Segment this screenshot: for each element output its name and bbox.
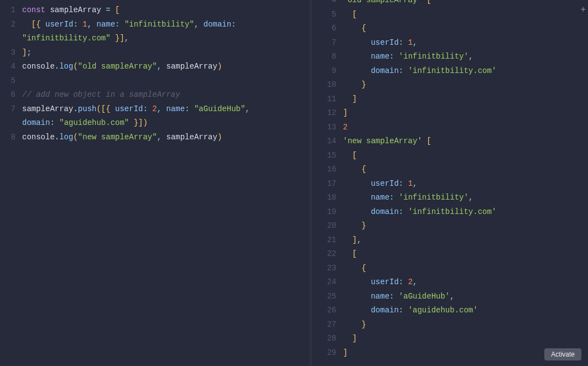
code-line[interactable]: 11 ]: [312, 92, 588, 107]
token-pun: [343, 320, 362, 329]
code-line-wrap[interactable]: "infinitbility.com" }],: [0, 32, 310, 46]
code-line[interactable]: 28 ]: [312, 332, 588, 346]
token-pun: [343, 278, 371, 286]
token-str: "infinitbility.com": [22, 34, 111, 43]
code-line[interactable]: 3];: [0, 46, 310, 60]
code-line[interactable]: 22 [: [312, 247, 588, 262]
token-op: ,: [87, 20, 92, 29]
token-br: }: [362, 320, 366, 329]
code-line[interactable]: 9 domain: 'infinitbility.com': [312, 64, 588, 79]
activate-button[interactable]: Activate: [544, 348, 581, 360]
code-line[interactable]: 5 [: [312, 8, 588, 22]
add-tab-icon[interactable]: +: [580, 6, 586, 14]
code-line[interactable]: 10 }: [312, 78, 588, 92]
token-pun: [422, 137, 426, 145]
token-br: [: [426, 137, 431, 145]
token-br: }]: [115, 34, 124, 43]
token-pun: [343, 95, 352, 103]
token-pun: [343, 292, 371, 301]
token-call: push: [78, 104, 97, 113]
code-line[interactable]: 16 {: [312, 163, 588, 177]
token-br: {: [362, 264, 366, 273]
token-op: :: [231, 20, 236, 29]
token-str: 'infinitbility.com': [408, 207, 497, 216]
token-op: ,: [157, 104, 162, 113]
code-line[interactable]: 26 domain: 'aguidehub.com': [312, 304, 588, 318]
code-content: 'new sampleArray' [: [343, 134, 588, 149]
code-content: domain: 'infinitbility.com': [343, 205, 588, 219]
code-content: {: [343, 22, 588, 36]
code-line[interactable]: 4console.log("old sampleArray", sampleAr…: [0, 60, 310, 74]
code-line[interactable]: 25 name: 'aGuideHub',: [312, 290, 588, 304]
line-number: 21: [312, 233, 343, 248]
token-str: 'infinitbility': [399, 193, 469, 202]
line-number: 27: [312, 318, 343, 332]
token-op: ,: [357, 236, 361, 244]
token-prop: userId: [371, 278, 398, 286]
code-line[interactable]: 14'new sampleArray' [: [312, 134, 588, 149]
token-pun: [55, 118, 59, 127]
code-line[interactable]: 19 domain: 'infinitbility.com': [312, 205, 588, 219]
code-line[interactable]: 8console.log("new sampleArray", sampleAr…: [0, 130, 310, 145]
code-line[interactable]: 5: [0, 74, 310, 88]
token-br: [: [115, 6, 119, 14]
token-op: :: [115, 20, 119, 29]
token-op: :: [73, 20, 77, 29]
code-line[interactable]: 20 }: [312, 219, 588, 233]
token-op: :: [143, 104, 147, 113]
token-pun: [41, 20, 45, 29]
code-content: name: 'infinitbility',: [343, 50, 588, 64]
code-content: [: [343, 247, 588, 262]
token-pun: [120, 20, 124, 29]
token-prop: name: [96, 20, 115, 29]
code-line[interactable]: 17 userId: 1,: [312, 177, 588, 191]
code-line[interactable]: 132: [312, 121, 588, 135]
token-str: 'old sampleArray': [343, 0, 422, 4]
code-line[interactable]: 2 [{ userId: 1, name: "infinitbility", d…: [0, 18, 310, 32]
token-pun: [343, 236, 352, 244]
code-line[interactable]: 27 }: [312, 318, 588, 332]
token-pun: [343, 221, 362, 230]
token-pun: [403, 278, 408, 286]
token-num: 1: [82, 20, 87, 29]
editor-pane[interactable]: 1const sampleArray = [2 [{ userId: 1, na…: [0, 0, 310, 366]
token-br: {: [362, 165, 366, 174]
code-content: ],: [343, 233, 588, 248]
code-content: userId: 2,: [343, 275, 588, 290]
code-line[interactable]: 23 {: [312, 262, 588, 276]
token-pun: [403, 207, 408, 216]
token-op: :: [50, 118, 54, 127]
console-pane[interactable]: 4'old sampleArray' [5 [6 {7 userId: 1,8 …: [312, 0, 588, 366]
line-number: 9: [312, 64, 343, 79]
code-line[interactable]: 7sampleArray.push([{ userId: 2, name: "a…: [0, 102, 310, 117]
code-line[interactable]: 6 {: [312, 22, 588, 36]
code-line[interactable]: 8 name: 'infinitbility',: [312, 50, 588, 64]
token-pun: [343, 24, 362, 33]
code-line[interactable]: 1const sampleArray = [: [0, 3, 310, 18]
code-content: [: [343, 8, 588, 22]
code-content: userId: 1,: [343, 177, 588, 191]
code-line[interactable]: 18 name: 'infinitbility',: [312, 191, 588, 205]
token-pun: [343, 334, 352, 343]
token-op: =: [106, 6, 110, 14]
token-br: [: [352, 10, 357, 19]
token-op: ,: [413, 278, 417, 286]
token-op: ,: [450, 292, 454, 301]
token-com: // add new object in a sampleArray: [22, 90, 180, 99]
token-pun: [403, 306, 408, 315]
code-line[interactable]: 15 [: [312, 149, 588, 163]
code-line[interactable]: 4'old sampleArray' [: [312, 0, 588, 8]
code-content: userId: 1,: [343, 36, 588, 50]
code-line[interactable]: 6// add new object in a sampleArray: [0, 88, 310, 102]
code-line[interactable]: 24 userId: 2,: [312, 275, 588, 290]
token-op: :: [399, 306, 403, 315]
code-line-wrap[interactable]: domain: "aguidehub.com" }]): [0, 116, 310, 130]
code-line[interactable]: 7 userId: 1,: [312, 36, 588, 50]
code-line[interactable]: 21 ],: [312, 233, 588, 248]
line-number: 14: [312, 134, 343, 149]
code-line[interactable]: 12]: [312, 106, 588, 121]
token-pun: [111, 34, 115, 43]
code-content: domain: "aguidehub.com" }]): [22, 116, 310, 130]
token-var: console: [22, 62, 55, 71]
line-number: 10: [312, 78, 343, 92]
